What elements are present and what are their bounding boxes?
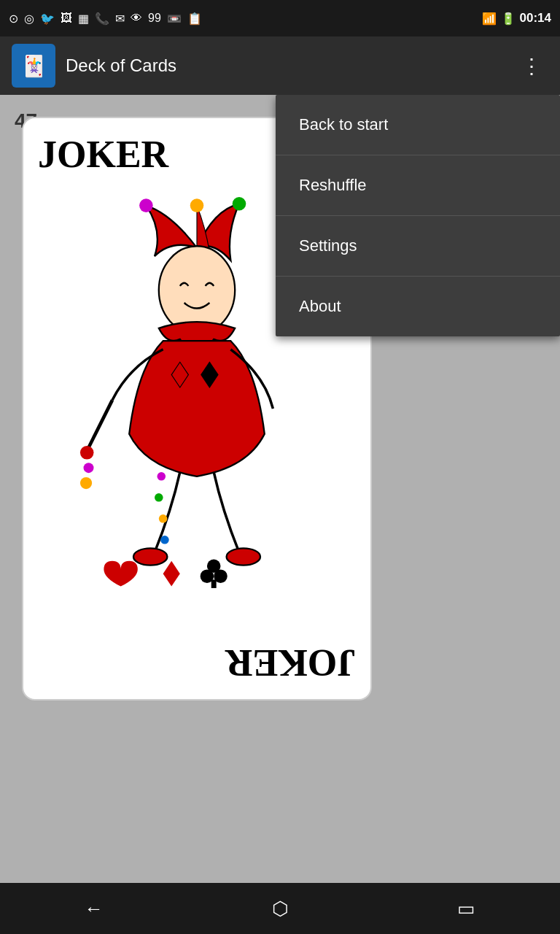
overflow-menu-button[interactable]: ⋮ [516,48,548,84]
icon-inbox: ✉ [115,12,125,26]
icon-signal: 📶 [482,12,497,26]
nav-back-button[interactable]: ← [63,890,125,927]
menu-item-reshuffle[interactable]: Reshuffle [276,155,560,216]
icon-phone: 📞 [95,12,109,26]
icon-clipboard: 📋 [187,12,202,26]
status-icons-left: ⊙ ◎ 🐦 🖼 ▦ 📞 ✉ 👁 99 📼 📋 [9,12,202,26]
dropdown-menu: Back to start Reshuffle Settings About [276,95,560,336]
status-icons-right: 📶 🔋 00:14 [482,11,551,26]
main-content: 47 JOKER [0,95,560,883]
icon-image: 🖼 [61,12,72,25]
app-icon: 🃏 [12,44,55,88]
nav-recent-button[interactable]: ▭ [435,890,497,927]
nav-home-icon: ⬡ [272,898,289,919]
app-title: Deck of Cards [66,55,516,76]
icon-circle-play: ⊙ [9,12,18,26]
app-icon-emoji: 🃏 [21,54,47,78]
icon-bars: ▦ [78,12,89,26]
menu-item-about-label: About [299,297,341,316]
menu-item-back-to-start-label: Back to start [299,115,388,134]
icon-eye: 👁 [131,12,142,25]
signal-number: 99 [148,12,161,25]
nav-back-icon: ← [85,898,104,919]
status-time: 00:14 [520,11,551,26]
icon-twitter: 🐦 [40,12,55,26]
menu-item-back-to-start[interactable]: Back to start [276,95,560,155]
app-bar: 🃏 Deck of Cards ⋮ [0,36,560,95]
menu-item-settings-label: Settings [299,236,357,255]
icon-target: ◎ [24,12,34,26]
menu-item-about[interactable]: About [276,277,560,336]
status-bar: ⊙ ◎ 🐦 🖼 ▦ 📞 ✉ 👁 99 📼 📋 📶 🔋 00:14 [0,0,560,36]
nav-home-button[interactable]: ⬡ [250,890,311,927]
nav-recent-icon: ▭ [457,898,475,919]
menu-item-reshuffle-label: Reshuffle [299,176,367,195]
nav-bar: ← ⬡ ▭ [0,883,560,934]
icon-battery: 🔋 [501,12,516,26]
icon-voicemail: 📼 [167,12,182,26]
menu-item-settings[interactable]: Settings [276,216,560,277]
